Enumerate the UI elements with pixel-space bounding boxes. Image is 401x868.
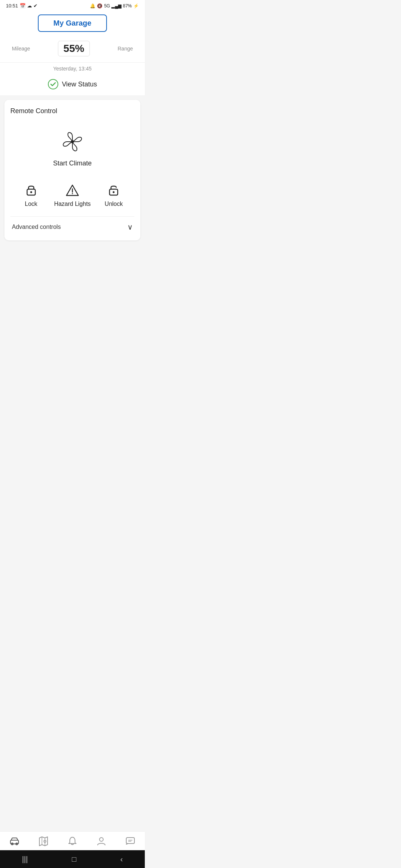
hazard-label: Hazard Lights — [54, 201, 91, 207]
status-left: 10:51 📅 ☁ ✔ — [6, 3, 38, 9]
unlock-icon — [106, 182, 121, 197]
lock-label: Lock — [25, 201, 38, 207]
climate-fan-icon — [61, 130, 84, 154]
lock-icon — [24, 182, 39, 197]
battery-icon: ⚡ — [133, 3, 139, 9]
time-display: 10:51 — [6, 3, 18, 9]
status-check-icon — [48, 79, 58, 89]
calendar-icon: 📅 — [20, 3, 26, 9]
svg-point-3 — [30, 191, 32, 193]
mute-icon: 🔇 — [97, 3, 102, 9]
advanced-label: Advanced controls — [12, 224, 61, 230]
battery-display: 87% — [123, 3, 132, 9]
advanced-controls-row[interactable]: Advanced controls ∨ — [10, 216, 134, 231]
range-label: Range — [118, 46, 133, 52]
view-status-label: View Status — [62, 80, 97, 88]
status-right: 🔔 🔇 5G ▂▄▆ 87% ⚡ — [90, 3, 139, 9]
controls-row: Lock Hazard Lights Unlock — [10, 176, 134, 213]
timestamp-row: Yesterday, 13:45 — [0, 63, 145, 76]
status-bar: 10:51 📅 ☁ ✔ 🔔 🔇 5G ▂▄▆ 87% ⚡ — [0, 0, 145, 10]
remote-control-title: Remote Control — [10, 107, 134, 115]
check-icon: ✔ — [33, 3, 38, 9]
unlock-label: Unlock — [105, 201, 123, 207]
my-garage-button[interactable]: My Garage — [38, 14, 107, 32]
climate-label: Start Climate — [53, 160, 92, 167]
signal-bars: ▂▄▆ — [111, 3, 121, 9]
svg-point-0 — [48, 79, 58, 89]
remote-control-card: Remote Control Start Climate Lock — [4, 100, 140, 240]
svg-point-8 — [113, 191, 115, 193]
climate-section[interactable]: Start Climate — [10, 124, 134, 176]
svg-point-6 — [72, 193, 73, 194]
timestamp-text: Yesterday, 13:45 — [53, 66, 92, 72]
view-status-row[interactable]: View Status — [0, 76, 145, 95]
hazard-button[interactable]: Hazard Lights — [52, 182, 93, 207]
alarm-icon: 🔔 — [90, 3, 95, 9]
chevron-down-icon: ∨ — [127, 223, 133, 231]
lock-button[interactable]: Lock — [10, 182, 52, 207]
network-icon: 5G — [104, 3, 110, 9]
cloud-icon: ☁ — [27, 3, 32, 9]
header: My Garage — [0, 10, 145, 38]
mileage-label: Mileage — [12, 46, 30, 52]
battery-percent-display: 55% — [58, 41, 90, 56]
unlock-button[interactable]: Unlock — [93, 182, 134, 207]
hazard-icon — [66, 184, 79, 197]
info-bar: Mileage 55% Range — [0, 38, 145, 63]
